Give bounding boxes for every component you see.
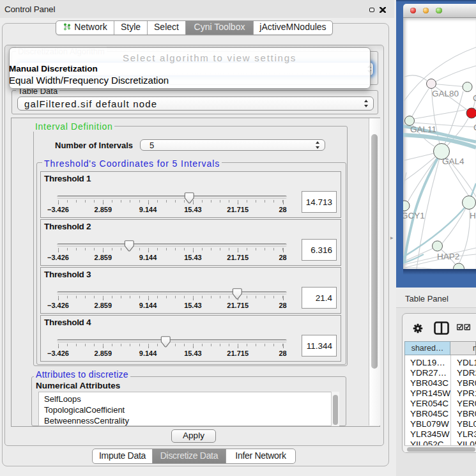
svg-text:CYC8: CYC8 (473, 123, 476, 132)
svg-text:HIS4: HIS4 (470, 211, 476, 220)
svg-text:GAL11: GAL11 (410, 125, 436, 134)
svg-text:GAL80: GAL80 (432, 89, 459, 98)
svg-text:HAP2: HAP2 (437, 252, 459, 261)
svg-text:GAL4: GAL4 (442, 157, 464, 166)
svg-text:GCY1: GCY1 (403, 211, 425, 220)
svg-text:GAL3: GAL3 (473, 93, 476, 103)
